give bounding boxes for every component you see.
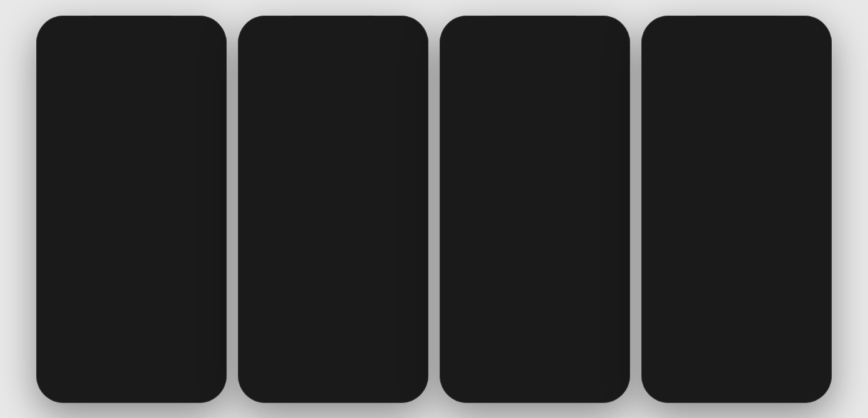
follow-button-3[interactable]: 👤 Follow: [780, 252, 821, 266]
saved-section: Saved audio See all Listen to what you s…: [645, 42, 828, 166]
subtab-podcasts[interactable]: Podcasts: [131, 233, 178, 257]
podcast-row-1[interactable]: THE PLAY YOUR WAY #1 Adaptive Athletes -…: [242, 211, 425, 268]
podcast-title-1: #1 Adaptive Athletes - We're Not Playing…: [300, 215, 417, 236]
bottom-nav-2: 🏠 ▶ 👥 🔔 ☰: [245, 363, 421, 396]
more-options-icon[interactable]: •••: [198, 104, 213, 119]
h-count-1: 🎧 1.2k: [470, 84, 491, 91]
happening-3[interactable]: LIVE Facebook ... Lil Huddy Wednesday: [566, 82, 618, 172]
rec-dots-2[interactable]: •••: [608, 282, 619, 301]
happening-section: Happening now Listen to conversations wi…: [443, 42, 626, 178]
soundbite-3[interactable]: Too Anxious to Drink Coffee Molly Burk: [359, 81, 409, 154]
creator-avatar-1: [663, 197, 698, 232]
saved-type-1: Audio room: [653, 145, 703, 151]
uptown-mini-close[interactable]: ✕: [810, 319, 816, 327]
rec-source-2: The Play Your Way Podcast ...: [501, 301, 619, 308]
saved-see-all[interactable]: See all: [795, 47, 821, 57]
saved-row: ✕ 45:46 Facebook Chill Lil Huddy Today A…: [653, 73, 821, 159]
nav-menu-4[interactable]: ☰: [792, 369, 812, 389]
nav-friends-4[interactable]: 👥: [726, 369, 746, 389]
tab-following[interactable]: Following: [183, 75, 223, 89]
pause-icon[interactable]: ⏸: [180, 177, 195, 192]
section-divider: [242, 186, 425, 191]
section-divider-4: [645, 169, 828, 174]
nav-friends-3[interactable]: 👥: [525, 369, 545, 389]
nav-bell-3[interactable]: 🔔: [558, 369, 578, 389]
tab-live[interactable]: Live: [86, 75, 114, 89]
mini-close-2[interactable]: ✕: [407, 350, 415, 360]
podcast-card-2[interactable]: Jordan Harbinger: [101, 290, 147, 354]
nav-menu-2[interactable]: ☰: [388, 369, 408, 389]
nav-bell-2[interactable]: 🔔: [356, 369, 376, 389]
nav-friends-2[interactable]: 👥: [323, 369, 343, 389]
rec-card-1[interactable]: JH 0:55:06 The Jordan Harbinger Show #56…: [451, 207, 619, 276]
nav-home-2[interactable]: 🏠: [258, 369, 278, 389]
happening-see-all[interactable]: See all: [599, 48, 619, 67]
saved-card-3[interactable]: ✕ JH The Jordan Harbinger The Jordan... …: [762, 73, 812, 159]
nav-play[interactable]: ▶: [89, 369, 109, 389]
uptown-dots[interactable]: •••: [810, 287, 821, 298]
uptown-live-bar[interactable]: LIVE Latinx Hispanic Heritage ... 🎙 1 · …: [653, 314, 821, 332]
saved-name-1: Facebook Chill: [653, 125, 703, 132]
mini-pause-3[interactable]: ⏸: [594, 349, 604, 361]
creator-followers-2: 2.3M followers: [714, 242, 769, 249]
saved-card-2[interactable]: ✕ 56:16 VERSE 5 Verse Five: Nirvana Elec…: [708, 73, 757, 159]
rec-podcast-name-1: The Jordan Harbinger Show #561: [501, 207, 608, 227]
nav-friends[interactable]: 👥: [121, 369, 141, 389]
uptown-follow-link[interactable]: Follow: [744, 289, 764, 297]
nav-home[interactable]: 🏠: [56, 369, 76, 389]
creator-name-1: Drea KnowsBest: [653, 234, 708, 242]
mini-player-2[interactable]: Latinx Hispanic Heritage ... 🎙 1 · 🎧 9.2…: [245, 342, 421, 367]
nav-home-4[interactable]: 🏠: [661, 369, 681, 389]
following-button-2[interactable]: ✓ Following: [715, 252, 767, 266]
gear-button[interactable]: ⚙: [168, 47, 188, 67]
h-avatar-2: [522, 107, 547, 132]
rec-card-2[interactable]: PLAYYOUR WAY #1 Adaptive Athletes - We'r…: [451, 282, 619, 326]
tab-audio[interactable]: Audio: [147, 75, 183, 89]
phone-2: 11:34 ●●● WiFi 🔋 Soundbites Enjoy snacka…: [238, 16, 428, 403]
create-button[interactable]: ✦ ✦ Create: [249, 161, 417, 182]
subtab-music[interactable]: Music: [182, 233, 217, 257]
mini-close-3[interactable]: ✕: [609, 350, 616, 360]
status-time-3: 11:34: [456, 27, 476, 37]
tab-music[interactable]: Music: [114, 75, 147, 89]
nav-play-4[interactable]: ▶: [694, 369, 714, 389]
soundbite-2[interactable]: Laundry Fail? Josh Sundquist: [304, 81, 354, 154]
recommended-section: Recommended for you See all JH 0:55:06 T…: [443, 188, 626, 334]
soundbite-1[interactable]: Cool Girl Autumn? Drea KnowsBest: [249, 81, 299, 154]
live-speech-text: Thanks for having me. I'm so glad to be …: [50, 156, 213, 177]
podcast-row-2[interactable]: VERSE 5 Verse Five: Nirvana Corran talks…: [242, 268, 425, 321]
rec-dots-1[interactable]: •••: [608, 207, 619, 227]
mini-pause-2[interactable]: ⏸: [392, 349, 402, 361]
saved-card-1[interactable]: ✕ 45:46 Facebook Chill Lil Huddy Today A…: [653, 73, 703, 159]
nav-play-3[interactable]: ▶: [492, 369, 512, 389]
follow-button-1[interactable]: 👤 Follow: [658, 252, 703, 266]
subtab-sports[interactable]: Sports: [90, 233, 127, 257]
subtab-your-audio[interactable]: Your audio: [46, 233, 86, 257]
podcast-card-1[interactable]: The Play Your Way: [47, 290, 94, 354]
creators-dots[interactable]: •••: [810, 181, 821, 192]
uptown-mini-pause[interactable]: ⏸: [799, 319, 806, 327]
live-banner[interactable]: LIVE 🎙 1 🎧 9.2k ••• Thanks for having me…: [45, 99, 218, 196]
nav-bell[interactable]: 🔔: [154, 369, 174, 389]
nav-home-3[interactable]: 🏠: [460, 369, 480, 389]
room-label: Audio room: [47, 203, 215, 210]
creator-avatar-3: [785, 197, 820, 232]
nav-play-2[interactable]: ▶: [290, 369, 310, 389]
tab-for-you[interactable]: For you: [46, 75, 86, 89]
nav-bell-4[interactable]: 🔔: [759, 369, 779, 389]
nav-menu[interactable]: ☰: [187, 369, 207, 389]
happening-2[interactable]: LIVE 🎧 4.4k Putting Memories into Music …: [508, 82, 561, 172]
volume-icon[interactable]: 🔊: [199, 177, 214, 192]
podcasts-see-all[interactable]: See all: [392, 198, 417, 209]
status-icons-1: ●●● WiFi 🔋: [174, 29, 210, 36]
caught-up-see-all[interactable]: See all: [190, 265, 215, 275]
rec-see-all[interactable]: See all: [593, 193, 619, 204]
content-subtabs: Your audio Sports Podcasts Music: [40, 231, 223, 260]
happening-1[interactable]: LIVE 🎧 1.2k Train Your Mind Like an Athl…: [451, 82, 503, 172]
happening-header-left: Happening now Listen to conversations wi…: [451, 48, 599, 79]
mini-title-2: Latinx Hispanic Heritage ...: [283, 348, 387, 355]
search-button[interactable]: 🔍: [194, 47, 214, 67]
nav-menu-3[interactable]: ☰: [590, 369, 610, 389]
saved-thumb-2: ✕ 56:16 VERSE 5: [708, 73, 757, 123]
mini-player-3[interactable]: Latinx Hispanic Heritage ... 🎙 1 · 🎧 9.2…: [447, 342, 623, 367]
